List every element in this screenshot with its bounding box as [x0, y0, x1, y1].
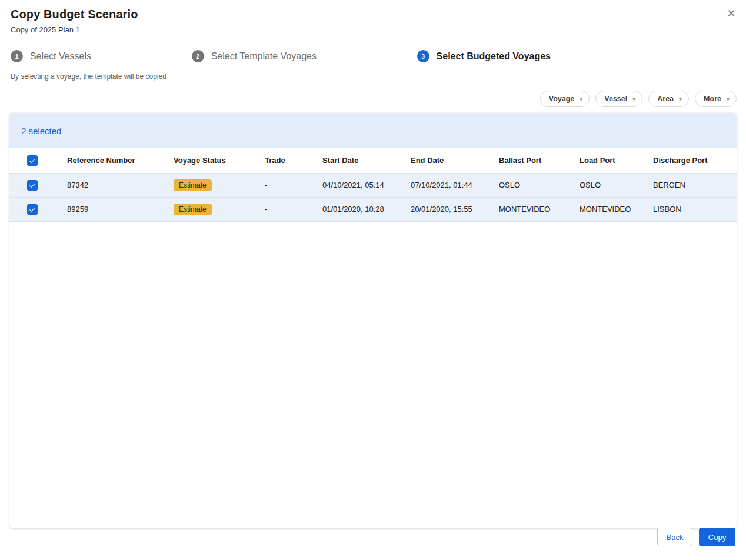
chevron-down-icon: ▾ — [727, 96, 730, 102]
step-select-vessels[interactable]: 1 Select Vessels — [11, 50, 91, 62]
row-checkbox[interactable] — [27, 180, 38, 191]
cell-discharge-port: BERGEN — [644, 173, 737, 197]
status-badge: Estimate — [174, 204, 212, 215]
cell-end-date: 20/01/2020, 15:55 — [401, 197, 489, 221]
filter-more[interactable]: More ▾ — [695, 91, 737, 107]
close-icon[interactable]: ✕ — [724, 6, 738, 21]
cell-start-date: 01/01/2020, 10:28 — [313, 197, 401, 221]
step-connector — [325, 56, 409, 56]
status-badge: Estimate — [174, 179, 212, 191]
cell-start-date: 04/10/2021, 05:14 — [313, 173, 401, 197]
filter-area-label: Area — [657, 95, 674, 103]
column-header-discharge-port: Discharge Port — [644, 148, 737, 173]
step-3-circle: 3 — [417, 50, 429, 62]
dialog-subtitle: Copy of 2025 Plan 1 — [11, 25, 734, 34]
wizard-stepper: 1 Select Vessels 2 Select Template Voyag… — [11, 50, 551, 62]
filter-area[interactable]: Area ▾ — [648, 91, 689, 107]
selection-bar: 2 selected — [9, 113, 737, 148]
cell-trade: - — [255, 197, 313, 221]
cell-ballast-port: MONTEVIDEO — [489, 197, 570, 221]
table-row[interactable]: 89259 Estimate - 01/01/2020, 10:28 20/01… — [9, 197, 737, 221]
chevron-down-icon: ▾ — [679, 96, 682, 102]
step-select-budgeted-voyages[interactable]: 3 Select Budgeted Voyages — [417, 50, 551, 62]
step-2-label: Select Template Voyages — [211, 51, 317, 62]
filter-voyage-label: Voyage — [549, 95, 575, 103]
copy-button[interactable]: Copy — [699, 528, 735, 546]
cell-load-port: MONTEVIDEO — [570, 197, 644, 221]
step-2-circle: 2 — [192, 50, 204, 62]
column-header-end-date: End Date — [401, 148, 489, 173]
footer-actions: Back Copy — [657, 528, 735, 546]
chevron-down-icon: ▾ — [580, 96, 582, 102]
voyage-table: Reference Number Voyage Status Trade Sta… — [9, 148, 737, 222]
filter-vessel-label: Vessel — [604, 95, 627, 103]
cell-end-date: 07/10/2021, 01:44 — [401, 173, 489, 197]
helper-text: By selecting a voyage, the template will… — [11, 72, 746, 81]
filter-voyage[interactable]: Voyage ▾ — [540, 91, 590, 107]
filter-row: Voyage ▾ Vessel ▾ Area ▾ More ▾ — [0, 91, 737, 107]
step-1-circle: 1 — [11, 50, 23, 62]
checkmark-icon — [28, 156, 36, 165]
page-title: Copy Budget Scenario — [11, 8, 734, 21]
column-header-voyage-status: Voyage Status — [164, 148, 255, 173]
column-header-reference-number: Reference Number — [58, 148, 164, 173]
dialog-header: Copy Budget Scenario Copy of 2025 Plan 1… — [0, 0, 746, 34]
cell-reference-number: 89259 — [58, 197, 164, 221]
table-header-row: Reference Number Voyage Status Trade Sta… — [9, 148, 737, 173]
column-header-trade: Trade — [255, 148, 313, 173]
select-all-checkbox[interactable] — [27, 155, 38, 166]
column-header-ballast-port: Ballast Port — [489, 148, 570, 173]
chevron-down-icon: ▾ — [632, 96, 635, 102]
cell-ballast-port: OSLO — [489, 173, 570, 197]
filter-more-label: More — [704, 95, 721, 103]
table-empty-area — [9, 222, 737, 529]
table-row[interactable]: 87342 Estimate - 04/10/2021, 05:14 07/10… — [9, 173, 737, 197]
cell-discharge-port: LISBON — [644, 197, 737, 221]
checkmark-icon — [28, 205, 36, 214]
column-header-start-date: Start Date — [313, 148, 401, 173]
checkmark-icon — [28, 181, 36, 189]
row-checkbox[interactable] — [27, 204, 38, 215]
filter-vessel[interactable]: Vessel ▾ — [595, 91, 642, 107]
cell-load-port: OSLO — [570, 173, 644, 197]
cell-reference-number: 87342 — [58, 173, 164, 197]
step-1-label: Select Vessels — [30, 51, 91, 62]
selection-count: 2 selected — [21, 126, 61, 136]
column-header-load-port: Load Port — [570, 148, 644, 173]
step-select-template-voyages[interactable]: 2 Select Template Voyages — [192, 50, 317, 62]
step-3-label: Select Budgeted Voyages — [437, 51, 551, 62]
step-connector — [99, 56, 184, 56]
voyage-table-panel: 2 selected Reference Number Voyage Statu… — [9, 113, 737, 528]
cell-trade: - — [255, 173, 313, 197]
back-button[interactable]: Back — [657, 528, 692, 546]
